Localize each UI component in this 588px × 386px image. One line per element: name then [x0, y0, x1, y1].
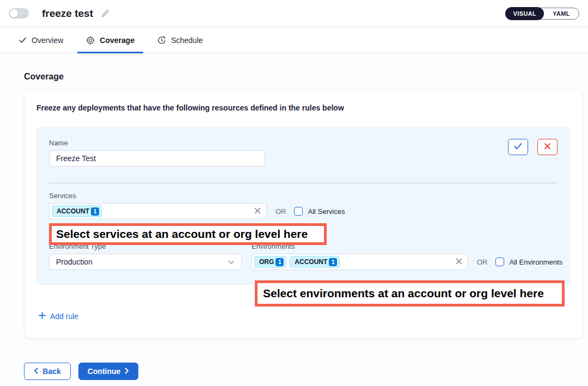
continue-label: Continue: [88, 367, 121, 376]
rule-name-row: Name: [49, 139, 558, 167]
all-environments-checkbox[interactable]: [495, 258, 504, 266]
footer-actions: Back Continue: [24, 363, 564, 380]
environment-type-select[interactable]: Production: [49, 254, 242, 270]
tab-label: Schedule: [171, 36, 203, 45]
environment-type-group: Environment Type Production: [49, 242, 242, 270]
name-field-group: Name: [49, 139, 265, 167]
chevron-right-icon: [125, 367, 129, 376]
gear-icon: [86, 36, 95, 45]
environments-row-inner: ORG 1 ACCOUNT 1: [252, 254, 562, 270]
check-icon: [19, 36, 27, 44]
tab-schedule[interactable]: Schedule: [149, 27, 211, 53]
page-title: freeze test: [42, 8, 93, 20]
tag-count-badge: 1: [91, 207, 99, 216]
clear-icon[interactable]: [456, 257, 462, 267]
check-icon: [514, 142, 522, 152]
environments-or-label: OR: [477, 258, 488, 266]
clear-icon[interactable]: [254, 206, 261, 216]
tab-label: Coverage: [100, 36, 134, 45]
coverage-description: Freeze any deployments that have the fol…: [36, 103, 570, 112]
environment-type-value: Production: [56, 258, 93, 266]
rule-edit-actions: [508, 139, 558, 155]
visual-yaml-toggle: VISUAL YAML: [505, 8, 579, 20]
environment-row: Environment Type Production Environments: [49, 242, 558, 270]
tag-count-badge: 1: [329, 258, 337, 266]
visual-mode-button[interactable]: VISUAL: [505, 7, 544, 20]
close-icon: [544, 142, 551, 152]
tab-label: Overview: [32, 36, 63, 45]
name-input[interactable]: [49, 150, 265, 167]
cancel-rule-button[interactable]: [537, 139, 558, 155]
environment-tag-org[interactable]: ORG 1: [254, 256, 286, 268]
service-tag-account[interactable]: ACCOUNT 1: [52, 205, 102, 217]
tab-coverage[interactable]: Coverage: [77, 27, 143, 53]
name-label: Name: [49, 139, 265, 147]
tag-label: ACCOUNT: [295, 258, 327, 266]
yaml-mode-button[interactable]: YAML: [544, 10, 579, 17]
freeze-studio-page: freeze test VISUAL YAML Overview Coverag…: [0, 0, 588, 386]
freeze-enable-toggle[interactable]: [9, 8, 29, 19]
environments-annotation-callout: Select environments at an account or org…: [255, 280, 565, 307]
continue-button[interactable]: Continue: [78, 363, 138, 380]
all-services-label: All Services: [308, 207, 345, 216]
services-label: Services: [49, 192, 558, 200]
all-environments-label: All Environments: [510, 258, 563, 266]
confirm-rule-button[interactable]: [508, 139, 528, 155]
services-or-label: OR: [275, 207, 286, 216]
tab-overview[interactable]: Overview: [10, 27, 72, 53]
services-row: ACCOUNT 1 OR All Services: [49, 203, 558, 219]
rule-card: Name: [36, 127, 570, 285]
back-label: Back: [42, 367, 60, 376]
plus-icon: [39, 312, 46, 321]
edit-pencil-icon[interactable]: [101, 9, 109, 18]
rule-divider: [49, 182, 558, 183]
coverage-card: Freeze any deployments that have the fol…: [24, 90, 583, 339]
environments-multiselect[interactable]: ORG 1 ACCOUNT 1: [252, 254, 468, 270]
tag-label: ORG: [259, 258, 274, 266]
chevron-down-icon: [228, 258, 235, 266]
add-rule-button[interactable]: Add rule: [39, 312, 78, 321]
services-annotation-callout: Select services at an account or org lev…: [49, 223, 327, 245]
chevron-left-icon: [34, 367, 38, 376]
schedule-clock-icon: [157, 36, 166, 45]
main-content: Coverage Freeze any deployments that hav…: [0, 53, 588, 380]
all-services-checkbox[interactable]: [294, 207, 303, 216]
add-rule-label: Add rule: [50, 312, 78, 321]
tab-bar: Overview Coverage Schedule: [0, 27, 588, 53]
header: freeze test VISUAL YAML: [0, 0, 588, 27]
coverage-heading: Coverage: [24, 72, 564, 82]
environments-group: Environments ORG 1 ACCOUNT 1: [252, 242, 562, 270]
tag-label: ACCOUNT: [57, 207, 89, 215]
back-button[interactable]: Back: [24, 363, 71, 380]
environment-tag-account[interactable]: ACCOUNT 1: [290, 256, 340, 268]
tag-count-badge: 1: [275, 258, 284, 266]
services-multiselect[interactable]: ACCOUNT 1: [49, 203, 267, 219]
toggle-knob: [10, 9, 18, 17]
